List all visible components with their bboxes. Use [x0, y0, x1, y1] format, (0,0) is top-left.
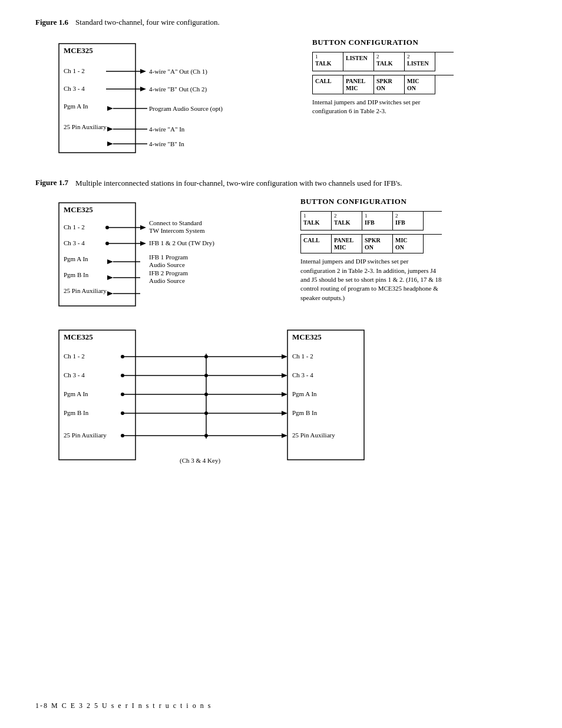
btn-note-16: Internal jumpers and DIP switches set pe…	[312, 98, 454, 116]
figure-17-btn-config: BUTTON CONFIGURATION 1 TALK 2 TALK 1 IFB…	[300, 197, 442, 302]
btn-grid-17-row1: 1 TALK 2 TALK 1 IFB 2 IFB	[300, 211, 442, 230]
btn-cell-16-2: LISTEN	[343, 52, 374, 71]
svg-text:Pgm A In: Pgm A In	[64, 103, 88, 110]
btn-cell-16-3: 2 TALK	[374, 52, 405, 71]
btn-cell-17-3: 1 IFB	[362, 212, 393, 230]
btn-cell-16-7: SPKR ON	[374, 75, 405, 94]
figure-17-text: Multiple interconnected stations in four…	[75, 178, 402, 189]
svg-text:25 Pin Auxiliary: 25 Pin Auxiliary	[64, 287, 107, 294]
btn-cell-16-6: PANEL MIC	[343, 75, 374, 94]
figure-17-label: Figure 1.7	[35, 178, 68, 187]
svg-marker-45	[107, 291, 113, 296]
svg-text:MCE325: MCE325	[64, 46, 93, 55]
svg-text:(Ch 3 & 4 Key): (Ch 3 & 4 Key)	[180, 457, 220, 465]
btn-cell-17-5: CALL	[301, 235, 332, 253]
svg-text:Connect to Standard: Connect to Standard	[149, 219, 202, 226]
btn-grid-16-row1: 1 TALK LISTEN 2 TALK 2 LISTEN	[312, 52, 454, 71]
svg-text:IFB 2 Program: IFB 2 Program	[149, 269, 188, 276]
btn-cell-17-6: PANEL MIC	[332, 235, 362, 253]
svg-text:Ch 1 - 2: Ch 1 - 2	[64, 353, 85, 360]
svg-text:Ch 1 - 2: Ch 1 - 2	[64, 223, 85, 230]
svg-marker-26	[140, 225, 146, 230]
btn-cell-17-2: 2 TALK	[332, 212, 362, 230]
svg-text:25 Pin Auxiliary: 25 Pin Auxiliary	[64, 123, 107, 130]
figure-17-bottom-diagram: MCE325 Ch 1 - 2 Ch 3 - 4 Pgm A In Pgm B …	[53, 324, 430, 477]
svg-marker-11	[107, 106, 113, 111]
svg-text:4-wire "A" In: 4-wire "A" In	[149, 126, 185, 133]
svg-text:MCE325: MCE325	[292, 332, 322, 341]
svg-text:Ch 3 - 4: Ch 3 - 4	[292, 371, 313, 378]
btn-config-title-17: BUTTON CONFIGURATION	[300, 197, 442, 206]
btn-cell-16-5: CALL	[313, 75, 343, 94]
svg-text:Ch 1 - 2: Ch 1 - 2	[292, 353, 313, 360]
svg-marker-4	[140, 69, 146, 74]
figure-16-diagram: MCE325 Ch 1 - 2 4-wire "A" Out (Ch 1) Ch…	[53, 38, 306, 162]
svg-marker-35	[107, 259, 113, 264]
svg-text:MCE325: MCE325	[64, 332, 93, 341]
btn-cell-16-8: MIC ON	[405, 75, 435, 94]
figure-16-text: Standard two-channel, four wire configur…	[75, 18, 220, 27]
svg-text:IFB 1 Program: IFB 1 Program	[149, 253, 188, 261]
figure-17-top: MCE325 Ch 1 - 2 Connect to Standard TW I…	[53, 197, 533, 315]
svg-text:Pgm B In: Pgm B In	[64, 409, 89, 416]
svg-text:Ch 1 - 2: Ch 1 - 2	[64, 67, 85, 74]
figure-17-top-diagram: MCE325 Ch 1 - 2 Connect to Standard TW I…	[53, 197, 300, 315]
btn-grid-17-row2: CALL PANEL MIC SPKR ON MIC ON	[300, 234, 442, 253]
svg-text:IFB 1 & 2 Out (TW Dry): IFB 1 & 2 Out (TW Dry)	[149, 239, 214, 247]
svg-marker-75	[282, 354, 287, 359]
btn-cell-16-1: 1 TALK	[313, 52, 343, 71]
svg-text:TW Intercom System: TW Intercom System	[149, 227, 205, 234]
svg-marker-32	[140, 241, 146, 246]
svg-text:Audio Source: Audio Source	[149, 277, 185, 284]
svg-marker-76	[282, 373, 287, 378]
btn-grid-16-row2: CALL PANEL MIC SPKR ON MIC ON	[312, 75, 454, 94]
svg-text:MCE325: MCE325	[64, 205, 93, 214]
figure-16-content: MCE325 Ch 1 - 2 4-wire "A" Out (Ch 1) Ch…	[53, 38, 533, 162]
svg-text:4-wire "A" Out (Ch 1): 4-wire "A" Out (Ch 1)	[149, 68, 207, 75]
svg-marker-40	[107, 275, 113, 280]
svg-text:Ch 3 - 4: Ch 3 - 4	[64, 85, 85, 92]
svg-marker-18	[107, 141, 113, 146]
btn-cell-17-7: SPKR ON	[362, 235, 393, 253]
svg-text:Pgm A In: Pgm A In	[64, 255, 88, 262]
svg-rect-0	[59, 44, 135, 153]
svg-text:Audio Source: Audio Source	[149, 261, 185, 268]
page-footer: 1-8 M C E 3 2 5 U s e r I n s t r u c t …	[35, 701, 211, 710]
svg-text:25 Pin Auxiliary: 25 Pin Auxiliary	[292, 431, 335, 439]
svg-marker-78	[282, 411, 287, 416]
svg-text:25 Pin Auxiliary: 25 Pin Auxiliary	[64, 431, 107, 439]
svg-text:Program Audio Source (opt): Program Audio Source (opt)	[149, 105, 223, 113]
svg-marker-79	[282, 433, 287, 438]
figure-16-label: Figure 1.6	[35, 18, 68, 27]
btn-cell-16-4: 2 LISTEN	[405, 52, 435, 71]
btn-cell-17-8: MIC ON	[393, 235, 424, 253]
svg-text:Pgm B In: Pgm B In	[292, 409, 318, 416]
svg-text:Ch 3 - 4: Ch 3 - 4	[64, 371, 85, 378]
btn-cell-17-1: 1 TALK	[301, 212, 332, 230]
svg-marker-15	[107, 127, 113, 131]
svg-text:Pgm A In: Pgm A In	[292, 390, 317, 397]
figure-16-caption: Figure 1.6 Standard two-channel, four wi…	[35, 18, 533, 27]
svg-text:4-wire "B" In: 4-wire "B" In	[149, 140, 184, 147]
btn-note-17: Internal jumpers and DIP switches set pe…	[300, 257, 442, 302]
svg-text:Ch 3 - 4: Ch 3 - 4	[64, 239, 85, 246]
svg-marker-77	[282, 392, 287, 397]
btn-config-title-16: BUTTON CONFIGURATION	[312, 38, 454, 47]
figure-17-bottom: MCE325 Ch 1 - 2 Ch 3 - 4 Pgm A In Pgm B …	[53, 324, 533, 477]
svg-text:Pgm B In: Pgm B In	[64, 271, 89, 278]
figure-16-btn-config: BUTTON CONFIGURATION 1 TALK LISTEN 2 TAL…	[312, 38, 454, 116]
svg-marker-8	[140, 87, 146, 91]
svg-text:4-wire "B" Out (Ch 2): 4-wire "B" Out (Ch 2)	[149, 85, 207, 93]
btn-cell-17-4: 2 IFB	[393, 212, 424, 230]
figure-17-caption: Figure 1.7 Multiple interconnected stati…	[35, 178, 533, 189]
svg-text:Pgm A In: Pgm A In	[64, 390, 88, 397]
